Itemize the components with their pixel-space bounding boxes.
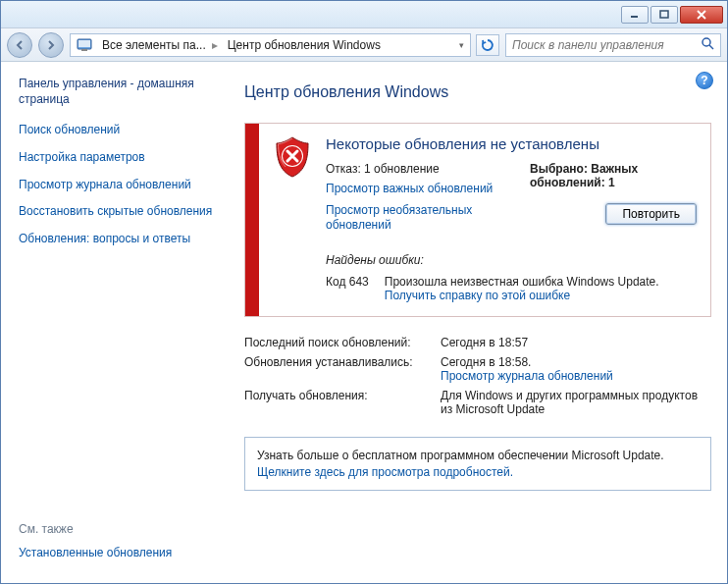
window-frame: Все элементы па... ▸ Центр обновления Wi… <box>0 0 728 584</box>
minimize-button[interactable] <box>621 6 649 24</box>
sidebar-link-installed-updates[interactable]: Установленные обновления <box>19 546 219 561</box>
page-title: Центр обновления Windows <box>244 83 711 101</box>
breadcrumb-bar[interactable]: Все элементы па... ▸ Центр обновления Wi… <box>70 33 471 57</box>
close-button[interactable] <box>680 6 723 24</box>
row-last-search: Последний поиск обновлений: Сегодня в 18… <box>244 333 711 352</box>
installed-label: Обновления устанавливались: <box>244 352 441 386</box>
receive-value: Для Windows и других программных продукт… <box>441 386 711 419</box>
errors-heading: Найдены ошибки: <box>326 253 697 267</box>
sidebar-link-settings[interactable]: Настройка параметров <box>19 150 219 166</box>
forward-button[interactable] <box>38 32 64 58</box>
breadcrumb-text: Все элементы па... <box>102 38 206 52</box>
chevron-right-icon: ▸ <box>210 38 220 52</box>
breadcrumb-seg-2[interactable]: Центр обновления Windows <box>224 38 385 52</box>
search-icon <box>701 36 714 54</box>
error-code: Код 643 <box>326 275 369 302</box>
main-content: ? Центр обновления Windows <box>227 62 727 583</box>
promo-box: Узнать больше о бесплатном программном о… <box>244 437 711 492</box>
breadcrumb-dropdown[interactable]: ▾ <box>453 40 470 50</box>
link-history[interactable]: Просмотр журнала обновлений <box>441 369 613 383</box>
last-search-value: Сегодня в 18:57 <box>441 333 711 352</box>
breadcrumb-text: Центр обновления Windows <box>228 38 381 52</box>
error-message: Произошла неизвестная ошибка Windows Upd… <box>385 275 659 289</box>
promo-link[interactable]: Щелкните здесь для просмотра подробносте… <box>257 465 513 479</box>
svg-rect-1 <box>660 11 668 18</box>
sidebar-link-history[interactable]: Просмотр журнала обновлений <box>19 178 219 193</box>
help-icon[interactable]: ? <box>696 72 713 89</box>
sidebar-link-restore-hidden[interactable]: Восстановить скрытые обновления <box>19 204 219 220</box>
search-input[interactable] <box>512 38 701 52</box>
maximize-button[interactable] <box>650 6 678 24</box>
svg-rect-4 <box>81 49 87 51</box>
control-panel-icon <box>75 35 94 55</box>
svg-line-6 <box>709 45 713 49</box>
selected-updates-label: Выбрано: Важных обновлений: 1 <box>530 162 697 189</box>
breadcrumb-seg-1[interactable]: Все элементы па... ▸ <box>98 38 224 52</box>
retry-button[interactable]: Повторить <box>605 203 697 225</box>
link-error-help[interactable]: Получить справку по этой ошибке <box>385 289 570 302</box>
see-also-heading: См. также <box>19 522 219 536</box>
status-panel: Некоторые обновления не установлены Отка… <box>244 123 711 317</box>
status-stripe <box>245 124 259 316</box>
info-table: Последний поиск обновлений: Сегодня в 18… <box>244 333 711 419</box>
content-body: Панель управления - домашняя страница По… <box>1 62 727 583</box>
sidebar-link-faq[interactable]: Обновления: вопросы и ответы <box>19 232 219 247</box>
refusal-count: Отказ: 1 обновление <box>326 162 500 176</box>
receive-label: Получать обновления: <box>244 386 441 419</box>
row-installed: Обновления устанавливались: Сегодня в 18… <box>244 352 711 386</box>
promo-text: Узнать больше о бесплатном программном о… <box>257 449 664 462</box>
shield-error-icon <box>273 135 312 179</box>
back-button[interactable] <box>7 32 32 58</box>
status-title: Некоторые обновления не установлены <box>326 135 697 152</box>
last-search-label: Последний поиск обновлений: <box>244 333 441 352</box>
sidebar-link-check-updates[interactable]: Поиск обновлений <box>19 123 219 138</box>
refresh-button[interactable] <box>476 34 499 56</box>
installed-value: Сегодня в 18:58. <box>441 355 531 369</box>
search-box[interactable] <box>505 33 721 57</box>
link-view-optional[interactable]: Просмотр необязательных обновлений <box>326 203 500 234</box>
svg-point-5 <box>702 38 710 46</box>
svg-rect-3 <box>78 40 90 47</box>
sidebar: Панель управления - домашняя страница По… <box>1 62 227 583</box>
link-view-important[interactable]: Просмотр важных обновлений <box>326 182 500 197</box>
titlebar <box>1 1 727 28</box>
nav-toolbar: Все элементы па... ▸ Центр обновления Wi… <box>1 28 727 62</box>
control-panel-home-link[interactable]: Панель управления - домашняя страница <box>19 76 219 107</box>
row-receive: Получать обновления: Для Windows и други… <box>244 386 711 419</box>
